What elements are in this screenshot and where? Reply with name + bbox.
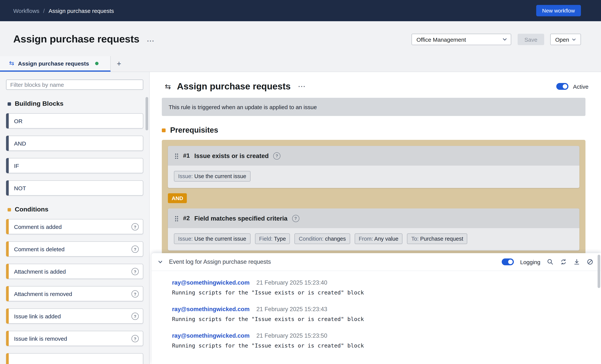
log-message: Running scripts for the "Issue exists or…: [172, 316, 601, 322]
prerequisites-title: Prerequisites: [170, 126, 218, 134]
drag-handle-icon[interactable]: [175, 153, 179, 159]
block-card-attachment-is-added[interactable]: Attachment is added ?: [6, 264, 143, 279]
help-icon[interactable]: ?: [131, 268, 139, 275]
open-button[interactable]: Open: [550, 34, 581, 45]
workflow-more-options-icon[interactable]: ···: [297, 82, 307, 90]
toggle-knob: [508, 260, 512, 264]
save-button[interactable]: Save: [518, 34, 544, 45]
rule-block-2[interactable]: #2 Field matches specified criteria ? Is…: [168, 208, 579, 251]
search-log-icon[interactable]: [547, 258, 554, 265]
conditions-title: Conditions: [15, 206, 49, 213]
page-header: Assign purchase requests ··· Office Mana…: [0, 21, 601, 56]
prerequisites-bullet-icon: [162, 128, 166, 132]
block-card-or[interactable]: OR: [6, 113, 143, 129]
help-icon[interactable]: ?: [131, 246, 139, 253]
open-button-label: Open: [555, 36, 569, 43]
and-connector[interactable]: AND: [168, 193, 187, 203]
block-card-label: IF: [14, 162, 19, 169]
rule-block-1[interactable]: #1 Issue exists or is created ? Issue: U…: [168, 146, 579, 188]
sidebar-scrollbar[interactable]: [146, 97, 148, 130]
block-card-label: Attachment is removed: [14, 291, 72, 297]
workflow-swap-icon: ⇆: [165, 83, 171, 90]
active-toggle-label: Active: [573, 83, 589, 90]
tab-assign-purchase-requests[interactable]: ⇆ Assign purchase requests: [0, 56, 111, 72]
filter-blocks-input[interactable]: [6, 80, 143, 90]
breadcrumb-current: Assign purchase requests: [49, 7, 114, 14]
log-user-link[interactable]: ray@somethingwicked.com: [172, 332, 250, 339]
event-log-scrollbar[interactable]: [598, 255, 600, 288]
rule-block-2-body: Issue: Use the current issue Field: Type…: [168, 228, 579, 251]
page-more-options-icon[interactable]: ···: [146, 37, 156, 45]
block-card-not[interactable]: NOT: [6, 180, 143, 196]
help-icon[interactable]: ?: [131, 290, 139, 297]
chip-label: Issue:: [178, 173, 193, 179]
add-tab-button[interactable]: +: [114, 58, 124, 69]
chip-value: Use the current issue: [194, 173, 246, 179]
new-workflow-button[interactable]: New workflow: [536, 5, 581, 16]
log-message: Running scripts for the "Issue exists or…: [172, 343, 601, 349]
active-toggle-group: Active: [556, 83, 589, 90]
log-entry: ray@somethingwicked.com 21 February 2025…: [172, 279, 601, 296]
block-card-comment-is-added[interactable]: Comment is added ?: [6, 219, 143, 234]
project-dropdown-value: Office Management: [416, 36, 466, 43]
block-card-partial[interactable]: [6, 353, 143, 364]
log-entry: ray@somethingwicked.com 21 February 2025…: [172, 306, 601, 322]
rule-chip-from: From: Any value: [354, 233, 403, 244]
unsaved-changes-dot: [95, 61, 99, 65]
project-dropdown[interactable]: Office Management: [411, 34, 511, 45]
event-log-actions: Logging: [501, 258, 593, 265]
block-card-comment-is-deleted[interactable]: Comment is deleted ?: [6, 241, 143, 257]
block-card-label: Attachment is added: [14, 268, 66, 274]
event-log-header: Event log for Assign purchase requests L…: [151, 253, 601, 271]
chip-value: Use the current issue: [194, 236, 246, 242]
help-icon[interactable]: ?: [292, 215, 299, 222]
event-log-title: Event log for Assign purchase requests: [169, 258, 271, 265]
collapse-log-icon[interactable]: [158, 259, 163, 264]
block-card-issue-link-is-removed[interactable]: Issue link is removed ?: [6, 331, 143, 346]
help-icon[interactable]: ?: [131, 313, 139, 320]
rule-chip-to: To: Purchase request: [407, 233, 467, 244]
chip-label: Condition:: [299, 236, 324, 242]
rule-block-2-header: #2 Field matches specified criteria ?: [168, 208, 579, 228]
refresh-log-icon[interactable]: [560, 258, 567, 265]
block-card-if[interactable]: IF: [6, 158, 143, 173]
chip-label: Issue:: [178, 236, 193, 242]
active-toggle[interactable]: [556, 83, 568, 90]
block-card-label: Issue link is removed: [14, 335, 67, 342]
workflow-builder-app: Workflows / Assign purchase requests New…: [0, 0, 601, 364]
log-message: Running scripts for the "Issue exists or…: [172, 290, 601, 296]
rule-block-1-body: Issue: Use the current issue: [168, 166, 579, 188]
trigger-description: This rule is triggered when an update is…: [162, 98, 585, 116]
chip-value: Type: [274, 236, 286, 242]
chip-label: From:: [359, 236, 373, 242]
log-user-link[interactable]: ray@somethingwicked.com: [172, 279, 250, 286]
drag-handle-icon[interactable]: [175, 215, 179, 221]
help-icon[interactable]: ?: [131, 223, 139, 230]
block-card-issue-link-is-added[interactable]: Issue link is added ?: [6, 308, 143, 324]
workflow-header: ⇆ Assign purchase requests ··· Active: [150, 72, 601, 92]
block-card-label: AND: [14, 140, 26, 146]
download-log-icon[interactable]: [573, 258, 580, 265]
chip-value: changes: [325, 236, 346, 242]
event-log-entries: ray@somethingwicked.com 21 February 2025…: [151, 271, 601, 349]
help-icon[interactable]: ?: [131, 335, 139, 342]
blocks-sidebar: Building Blocks OR AND IF NOT Conditions…: [0, 72, 150, 364]
tab-label: Assign purchase requests: [18, 60, 89, 67]
log-timestamp: 21 February 2025 15:23:40: [256, 279, 327, 286]
chevron-down-icon: [502, 37, 507, 42]
block-card-label: Issue link is added: [14, 313, 61, 319]
chip-label: To:: [411, 236, 419, 242]
log-user-link[interactable]: ray@somethingwicked.com: [172, 306, 250, 313]
breadcrumb-workflows-link[interactable]: Workflows: [13, 7, 40, 14]
log-timestamp: 21 February 2025 15:23:50: [256, 332, 327, 339]
logging-toggle[interactable]: [501, 258, 514, 265]
clear-log-icon[interactable]: [587, 258, 593, 265]
help-icon[interactable]: ?: [273, 152, 280, 159]
block-card-and[interactable]: AND: [6, 136, 143, 151]
log-entry-meta: ray@somethingwicked.com 21 February 2025…: [172, 279, 601, 286]
building-blocks-bullet-icon: [8, 102, 11, 106]
block-card-attachment-is-removed[interactable]: Attachment is removed ?: [6, 286, 143, 301]
rule-title: Field matches specified criteria: [194, 215, 288, 222]
log-timestamp: 21 February 2025 15:23:43: [256, 306, 327, 313]
rule-title: Issue exists or is created: [194, 152, 269, 159]
